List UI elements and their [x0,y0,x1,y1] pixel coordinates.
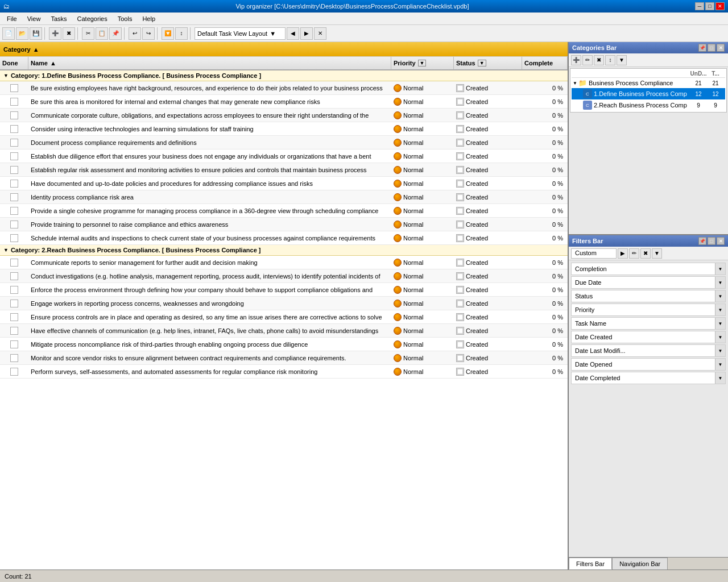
task-row[interactable]: Be sure this area is monitored for inter… [0,95,568,109]
task-row[interactable]: Establish regular risk assessment and mo… [0,163,568,177]
task-checkbox[interactable] [10,286,18,294]
add-task-button[interactable]: ➕ [49,27,61,40]
task-row[interactable]: Engage workers in reporting process conc… [0,297,568,310]
th-priority[interactable]: Priority ▼ [391,57,454,69]
th-done[interactable]: Done [0,57,28,69]
task-checkbox[interactable] [10,84,18,92]
task-checkbox[interactable] [10,300,18,307]
task-checkbox[interactable] [10,193,18,201]
layout-btn2[interactable]: ▶ [300,27,313,40]
task-checkbox[interactable] [10,354,18,362]
task-row[interactable]: Be sure existing employees have right ba… [0,81,568,95]
task-checkbox[interactable] [10,340,18,348]
task-checkbox[interactable] [10,259,18,267]
task-row[interactable]: Provide a single cohesive programme for … [0,204,568,218]
filter-bar-float-button[interactable]: □ [708,237,715,245]
task-checkbox[interactable] [10,313,18,321]
menu-item-view[interactable]: View [23,14,46,23]
task-checkbox[interactable] [10,180,18,188]
open-button[interactable]: 📂 [16,27,28,40]
task-checkbox[interactable] [10,368,18,376]
filter-bar-close-button[interactable]: ✕ [717,237,725,245]
cat-bar-float-button[interactable]: □ [708,44,715,52]
task-row[interactable]: Have effective channels of communication… [0,324,568,338]
minimize-button[interactable]: ─ [695,2,704,10]
filter-row-dropdown[interactable]: ▼ [715,345,725,356]
filter-edit-button[interactable]: ✏ [629,248,639,259]
status-filter-icon[interactable]: ▼ [478,60,486,66]
category-group-header-cat1[interactable]: ▼ Category: 1.Define Business Process Co… [0,70,568,81]
task-row[interactable]: Monitor and score vendor risks to ensure… [0,351,568,365]
paste-button[interactable]: 📌 [109,27,122,40]
menu-item-file[interactable]: File [2,14,22,23]
tree-item[interactable]: C 2.Reach Business Process Comp 9 9 [572,99,725,111]
cat-move-button[interactable]: ↕ [605,55,615,65]
task-checkbox[interactable] [10,98,18,106]
task-checkbox[interactable] [10,327,18,335]
layout-btn1[interactable]: ◀ [287,27,299,40]
task-row[interactable]: Identity process compliance risk area No… [0,190,568,204]
task-checkbox[interactable] [10,272,18,280]
cat-delete-button[interactable]: ✖ [594,55,604,65]
task-checkbox[interactable] [10,221,18,228]
cat-edit-button[interactable]: ✏ [582,55,593,65]
right-tab-navigation-bar[interactable]: Navigation Bar [612,558,668,569]
task-row[interactable]: Provide training to personnel to raise c… [0,218,568,231]
task-checkbox[interactable] [10,125,18,133]
menu-item-help[interactable]: Help [138,14,160,23]
cat-bar-pin-button[interactable]: 📌 [698,44,706,52]
category-group-header-cat2[interactable]: ▼ Category: 2.Reach Business Process Com… [0,245,568,256]
filter-row-dropdown[interactable]: ▼ [715,331,725,343]
tree-item[interactable]: ▼ 📁 Business Process Compliance 21 21 [572,78,725,88]
th-complete[interactable]: Complete [522,57,568,69]
task-row[interactable]: Consider using interactive technologies … [0,122,568,136]
priority-filter-icon[interactable]: ▼ [418,60,427,66]
task-row[interactable]: Have documented and up-to-date policies … [0,177,568,190]
task-checkbox[interactable] [10,207,18,215]
task-row[interactable]: Establish due diligence effort that ensu… [0,149,568,163]
filter-row-dropdown[interactable]: ▼ [715,372,725,384]
task-row[interactable]: Schedule internal audits and inspections… [0,231,568,245]
filter-clear-button[interactable]: ✖ [640,248,651,259]
filter-name[interactable]: Custom [571,248,617,259]
new-button[interactable]: 📄 [2,27,15,40]
filter-row-dropdown[interactable]: ▼ [715,359,725,370]
sort-button[interactable]: ↕ [175,27,188,40]
close-button[interactable]: ✕ [715,2,725,10]
cut-button[interactable]: ✂ [82,27,94,40]
filter-button[interactable]: 🔽 [162,27,174,40]
menu-item-tasks[interactable]: Tasks [46,14,71,23]
cat-add-button[interactable]: ➕ [571,55,581,65]
task-checkbox[interactable] [10,111,18,119]
tree-item[interactable]: C 1.Define Business Process Comp 12 12 [572,88,725,99]
task-checkbox[interactable] [10,152,18,160]
task-row[interactable]: Communicate corporate culture, obligatio… [0,109,568,122]
tree-expand[interactable]: ▼ [573,81,577,86]
filter-row-dropdown[interactable]: ▼ [715,290,725,302]
task-row[interactable]: Mitigate process noncompliance risk of t… [0,338,568,351]
filter-row-dropdown[interactable]: ▼ [715,277,725,288]
task-row[interactable]: Conduct investigations (e.g. hotline ana… [0,269,568,283]
layout-dropdown[interactable]: Default Task View Layout ▼ [195,27,286,40]
th-name[interactable]: Name ▲ [28,57,391,69]
filter-more-button[interactable]: ▼ [652,248,662,259]
copy-button[interactable]: 📋 [96,27,108,40]
right-tab-filters-bar[interactable]: Filters Bar [569,558,612,569]
layout-close[interactable]: ✕ [314,27,326,40]
task-checkbox[interactable] [10,139,18,147]
filter-row-dropdown[interactable]: ▼ [715,318,725,329]
task-row[interactable]: Perform surveys, self-assessments, and a… [0,365,568,379]
filter-apply-button[interactable]: ▶ [618,248,628,259]
th-status[interactable]: Status ▼ [454,57,522,69]
menu-item-tools[interactable]: Tools [113,14,137,23]
menu-item-categories[interactable]: Categories [73,14,112,23]
delete-button[interactable]: ✖ [63,27,75,40]
task-checkbox[interactable] [10,166,18,174]
filter-row-dropdown[interactable]: ▼ [715,263,725,275]
redo-button[interactable]: ↪ [142,27,155,40]
filter-bar-pin-button[interactable]: 📌 [698,237,706,245]
task-row[interactable]: Ensure process controls are in place and… [0,310,568,324]
cat-bar-close-button[interactable]: ✕ [717,44,725,52]
task-row[interactable]: Document process compliance requirements… [0,136,568,149]
cat-more-button[interactable]: ▼ [617,55,627,65]
